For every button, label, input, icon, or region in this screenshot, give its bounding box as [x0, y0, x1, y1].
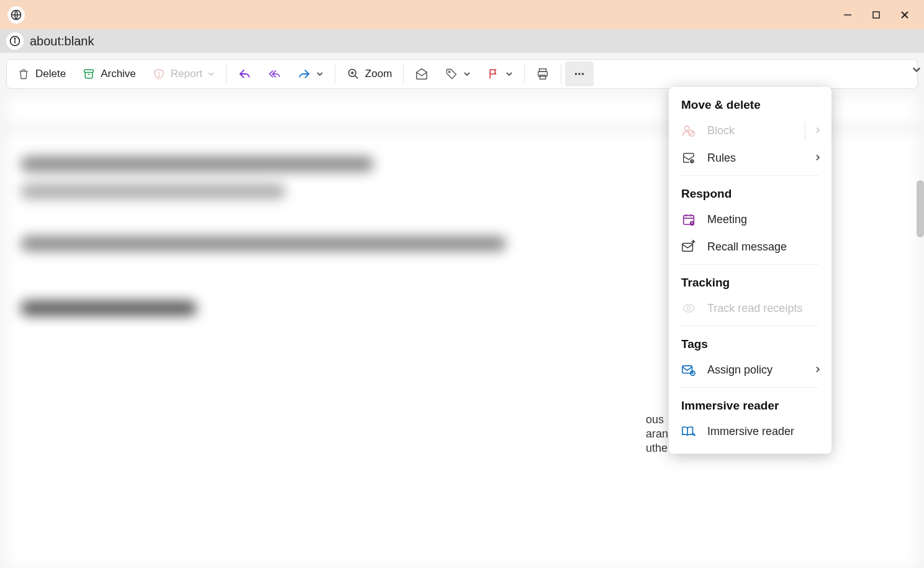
flag-icon — [487, 67, 500, 81]
print-button[interactable] — [528, 62, 557, 86]
report-button[interactable]: Report — [145, 62, 222, 86]
menu-item-assign-policy[interactable]: Assign policy — [669, 356, 831, 383]
assign-policy-icon — [681, 362, 696, 377]
svg-point-20 — [579, 73, 581, 75]
recall-icon — [681, 239, 696, 254]
report-label: Report — [171, 68, 202, 80]
menu-item-immersive-reader[interactable]: Immersive reader — [669, 418, 831, 445]
envelope-open-icon — [415, 67, 428, 81]
bg-text: aran — [646, 428, 668, 441]
archive-icon — [82, 67, 96, 81]
menu-item-label: Assign policy — [707, 364, 772, 377]
maximize-button[interactable] — [862, 5, 890, 25]
svg-rect-2 — [873, 12, 879, 18]
svg-point-7 — [14, 39, 16, 40]
menu-section-title: Respond — [669, 180, 831, 206]
categorize-button[interactable] — [437, 62, 478, 86]
svg-line-24 — [689, 131, 693, 135]
tag-icon — [445, 67, 458, 81]
more-actions-menu: Move & delete Block Rules Respond Meetin… — [669, 87, 831, 454]
delete-label: Delete — [35, 68, 66, 80]
svg-point-22 — [685, 126, 689, 131]
menu-item-track-receipts: Track read receipts — [669, 295, 831, 322]
menu-section-title: Immersive reader — [669, 392, 831, 418]
bg-text: uthe — [646, 442, 668, 455]
svg-point-15 — [449, 71, 451, 73]
svg-point-10 — [158, 76, 159, 76]
archive-label: Archive — [101, 68, 136, 80]
eye-icon — [681, 301, 696, 316]
chevron-down-icon — [316, 70, 324, 78]
menu-item-rules[interactable]: Rules — [669, 144, 831, 172]
svg-rect-31 — [682, 244, 693, 252]
svg-rect-18 — [540, 75, 546, 79]
zoom-label: Zoom — [365, 68, 392, 80]
svg-point-32 — [687, 306, 691, 310]
chevron-right-icon — [814, 152, 822, 165]
menu-item-recall[interactable]: Recall message — [669, 233, 831, 260]
rules-icon — [681, 150, 696, 165]
zoom-button[interactable]: Zoom — [339, 62, 399, 86]
menu-item-block: Block — [669, 117, 831, 144]
bg-text: ous — [646, 413, 664, 426]
flag-button[interactable] — [479, 62, 520, 86]
mark-read-button[interactable] — [407, 62, 436, 86]
chevron-down-icon — [207, 70, 215, 78]
forward-icon — [297, 67, 311, 81]
globe-icon — [7, 6, 25, 24]
page-info-icon[interactable] — [6, 32, 24, 50]
address-bar: about:blank — [0, 29, 924, 53]
svg-point-19 — [575, 73, 577, 75]
immersive-reader-icon — [681, 424, 696, 439]
zoom-in-icon — [346, 67, 360, 81]
svg-line-12 — [355, 76, 358, 79]
menu-item-label: Meeting — [707, 213, 747, 226]
shield-alert-icon — [152, 67, 166, 81]
menu-section-title: Tracking — [669, 268, 831, 295]
menu-section-title: Move & delete — [669, 91, 831, 117]
url-text[interactable]: about:blank — [30, 34, 94, 48]
window-titlebar — [0, 0, 924, 29]
menu-item-label: Track read receipts — [707, 302, 802, 315]
block-user-icon — [681, 123, 696, 138]
svg-rect-8 — [84, 70, 94, 72]
reply-icon — [238, 67, 251, 81]
ribbon-collapse-button[interactable] — [912, 65, 922, 77]
message-toolbar: Delete Archive Report — [6, 59, 918, 89]
chevron-down-icon — [463, 70, 471, 78]
reply-all-button[interactable] — [260, 62, 289, 86]
forward-button[interactable] — [290, 62, 331, 86]
menu-section-title: Tags — [669, 330, 831, 356]
meeting-icon — [681, 212, 696, 227]
minimize-button[interactable] — [833, 5, 862, 25]
menu-item-meeting[interactable]: Meeting — [669, 206, 831, 233]
trash-icon — [17, 67, 30, 81]
menu-item-label: Recall message — [707, 240, 787, 254]
reply-button[interactable] — [230, 62, 259, 86]
close-button[interactable] — [890, 5, 919, 25]
menu-item-label: Block — [707, 124, 735, 137]
menu-item-label: Rules — [707, 152, 736, 165]
menu-item-label: Immersive reader — [707, 425, 794, 438]
archive-button[interactable]: Archive — [75, 62, 143, 86]
chevron-right-icon — [814, 364, 822, 377]
reply-all-icon — [268, 67, 281, 81]
delete-button[interactable]: Delete — [9, 62, 73, 86]
svg-point-30 — [690, 221, 694, 226]
chevron-down-icon — [505, 70, 513, 78]
scrollbar-thumb[interactable] — [917, 180, 924, 237]
more-actions-button[interactable] — [565, 62, 594, 86]
ellipsis-icon — [573, 67, 586, 81]
chevron-right-icon — [814, 124, 822, 137]
svg-point-21 — [582, 73, 584, 75]
printer-icon — [536, 67, 550, 81]
